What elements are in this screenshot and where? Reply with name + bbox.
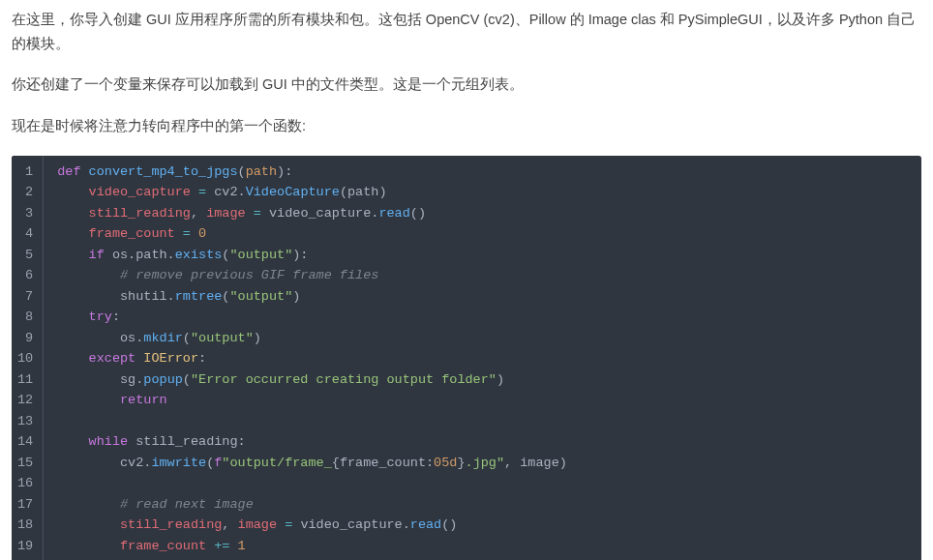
token-plain bbox=[277, 517, 285, 532]
token-comment: # remove previous GIF frame files bbox=[120, 268, 378, 282]
token-plain: cv2. bbox=[120, 456, 151, 470]
token-plain bbox=[175, 226, 183, 241]
token-plain: : bbox=[198, 351, 206, 366]
token-ident: frame_count bbox=[89, 226, 175, 241]
code-line: # read next image bbox=[57, 494, 908, 516]
token-plain bbox=[229, 539, 237, 553]
token-plain: cv2. bbox=[206, 185, 246, 199]
line-number: 3 bbox=[17, 203, 33, 224]
code-line: except IOError: bbox=[57, 348, 908, 369]
token-ident: image bbox=[238, 517, 278, 532]
token-str: "Error occurred creating output folder" bbox=[191, 372, 497, 387]
token-plain: () bbox=[441, 517, 457, 532]
code-line: still_reading, image = video_capture.rea… bbox=[57, 515, 908, 536]
line-number: 2 bbox=[17, 182, 33, 203]
code-line: try: bbox=[57, 307, 908, 328]
paragraph-2: 你还创建了一个变量来保存可以加载到 GUI 中的文件类型。这是一个元组列表。 bbox=[12, 73, 921, 97]
token-str: "output" bbox=[229, 248, 292, 262]
token-plain: shutil. bbox=[120, 289, 175, 304]
token-plain: os.path. bbox=[105, 248, 175, 262]
token-kw: except bbox=[89, 351, 136, 366]
token-fn: convert_mp4_to_jpgs bbox=[89, 164, 238, 179]
token-plain: {frame_count: bbox=[332, 456, 434, 470]
line-number: 15 bbox=[17, 453, 33, 474]
line-number: 17 bbox=[17, 494, 33, 516]
token-ident: frame_count bbox=[120, 539, 206, 553]
token-op: = bbox=[198, 185, 206, 199]
code-line: if os.path.exists("output"): bbox=[57, 245, 908, 266]
token-plain: ( bbox=[183, 372, 191, 387]
token-kw: while bbox=[89, 434, 129, 449]
token-ident: still_reading bbox=[120, 517, 222, 532]
token-op: = bbox=[254, 206, 261, 221]
token-op: += bbox=[214, 539, 229, 553]
line-number: 4 bbox=[17, 223, 33, 245]
code-line: frame_count = 0 bbox=[57, 223, 908, 245]
token-kw: return bbox=[120, 393, 167, 407]
token-comment: # read next image bbox=[120, 497, 254, 512]
code-line: frame_count += 1 bbox=[57, 536, 908, 557]
code-line: shutil.rmtree("output") bbox=[57, 286, 908, 308]
line-number: 19 bbox=[17, 536, 33, 557]
code-line: video_capture = cv2.VideoCapture(path) bbox=[57, 182, 908, 203]
code-line: os.mkdir("output") bbox=[57, 328, 908, 349]
code-line: return bbox=[57, 390, 908, 411]
line-number: 7 bbox=[17, 286, 33, 308]
token-plain: os. bbox=[120, 331, 143, 345]
token-member: mkdir bbox=[143, 331, 183, 345]
token-member: VideoCapture bbox=[246, 185, 340, 199]
token-op: = bbox=[183, 226, 191, 241]
paragraph-3: 现在是时候将注意力转向程序中的第一个函数: bbox=[12, 114, 921, 138]
token-plain: () bbox=[410, 206, 426, 221]
token-kw: if bbox=[89, 248, 105, 262]
line-number: 5 bbox=[17, 245, 33, 266]
token-plain: ) bbox=[254, 331, 261, 345]
code-line: while still_reading: bbox=[57, 431, 908, 453]
token-member: rmtree bbox=[175, 289, 223, 304]
token-member: popup bbox=[143, 372, 183, 387]
code-line: sg.popup("Error occurred creating output… bbox=[57, 369, 908, 391]
token-kw: def bbox=[57, 164, 88, 179]
line-number: 11 bbox=[17, 369, 33, 391]
token-plain bbox=[246, 206, 254, 221]
line-number: 9 bbox=[17, 328, 33, 349]
token-plain: , bbox=[222, 517, 237, 532]
token-plain: video_capture. bbox=[261, 206, 379, 221]
line-number: 18 bbox=[17, 515, 33, 536]
token-num: 1 bbox=[238, 539, 246, 553]
token-plain: ) bbox=[292, 289, 300, 304]
token-plain: , bbox=[191, 206, 206, 221]
token-plain: still_reading: bbox=[128, 434, 246, 449]
token-str: "output/frame_ bbox=[222, 456, 331, 470]
code-line bbox=[57, 411, 908, 432]
token-member: imwrite bbox=[151, 456, 206, 470]
line-number: 10 bbox=[17, 348, 33, 369]
token-ident: still_reading bbox=[89, 206, 191, 221]
token-plain bbox=[191, 226, 198, 241]
token-plain: sg. bbox=[120, 372, 143, 387]
code-gutter: 12345678910111213141516171819 bbox=[12, 156, 44, 560]
code-line: still_reading, image = video_capture.rea… bbox=[57, 203, 908, 224]
token-plain: , image) bbox=[504, 456, 567, 470]
token-plain bbox=[191, 185, 198, 199]
token-plain: video_capture. bbox=[292, 517, 410, 532]
code-line: cv2.imwrite(f"output/frame_{frame_count:… bbox=[57, 453, 908, 474]
line-number: 16 bbox=[17, 473, 33, 494]
token-plain: : bbox=[112, 309, 120, 324]
code-line: def convert_mp4_to_jpgs(path): bbox=[57, 162, 908, 183]
code-body[interactable]: def convert_mp4_to_jpgs(path): video_cap… bbox=[44, 156, 921, 560]
token-ident: video_capture bbox=[89, 185, 191, 199]
token-cls: IOError bbox=[143, 351, 198, 366]
token-plain: } bbox=[457, 456, 465, 470]
line-number: 1 bbox=[17, 162, 33, 183]
line-number: 14 bbox=[17, 431, 33, 453]
token-plain: ): bbox=[277, 164, 292, 179]
code-line: # remove previous GIF frame files bbox=[57, 265, 908, 286]
token-member: read bbox=[378, 206, 409, 221]
code-line bbox=[57, 473, 908, 494]
line-number: 13 bbox=[17, 411, 33, 432]
token-plain: ( bbox=[183, 331, 191, 345]
token-plain: (path) bbox=[340, 185, 387, 199]
token-str: .jpg" bbox=[466, 456, 505, 470]
token-param: path bbox=[246, 164, 277, 179]
